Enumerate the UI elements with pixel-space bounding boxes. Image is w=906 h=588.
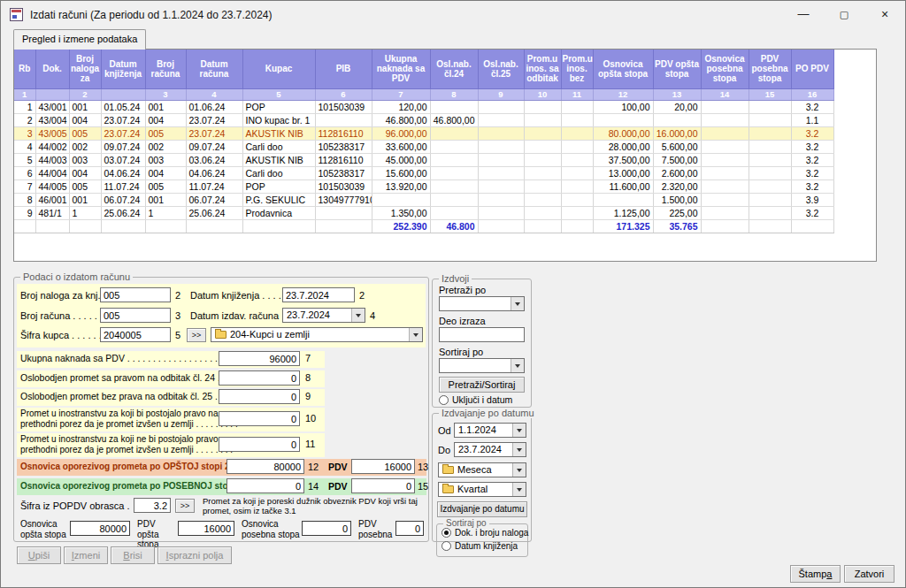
- grid-cell[interactable]: INO kupac br. 1: [242, 113, 315, 126]
- grid-cell[interactable]: 25.06.24: [101, 206, 145, 219]
- grid-cell[interactable]: 23.07.24: [101, 126, 145, 140]
- grid-cell[interactable]: 001: [145, 100, 186, 113]
- chevron-down-icon[interactable]: [409, 328, 422, 341]
- grid-row[interactable]: 343/00500523.07.2400523.07.24AKUSTIK NIB…: [14, 126, 833, 140]
- brisi-button[interactable]: Brisi: [111, 546, 155, 564]
- grid-cell[interactable]: 1: [69, 206, 101, 219]
- grid-cell[interactable]: Prodavnica: [242, 206, 315, 219]
- grid-cell[interactable]: 46/001: [35, 193, 69, 206]
- grid-cell[interactable]: 03.07.24: [101, 153, 145, 166]
- grid-cell[interactable]: 06.07.24: [186, 193, 242, 206]
- grid-cell[interactable]: [561, 140, 593, 153]
- grid-cell[interactable]: [749, 100, 791, 113]
- grid-cell[interactable]: [478, 193, 524, 206]
- grid-cell[interactable]: [524, 193, 561, 206]
- izdvajanje-po-datumu-button[interactable]: Izdvajanje po datumu: [437, 501, 527, 517]
- grid-cell[interactable]: 003: [145, 153, 186, 166]
- grid-cell[interactable]: [749, 153, 791, 166]
- grid-cell[interactable]: 2: [14, 113, 35, 126]
- sifra-kupca-input[interactable]: [100, 327, 171, 342]
- grid-cell[interactable]: 101503039: [315, 100, 372, 113]
- grid-cell[interactable]: [478, 179, 524, 193]
- grid-cell[interactable]: [430, 179, 478, 193]
- grid-cell[interactable]: [561, 100, 593, 113]
- chevron-down-icon[interactable]: [511, 359, 524, 372]
- grid-cell[interactable]: [430, 140, 478, 153]
- datum-knjizenja-input[interactable]: [282, 287, 355, 302]
- grid-cell[interactable]: 11.07.24: [101, 179, 145, 193]
- chevron-down-icon[interactable]: [351, 309, 365, 322]
- grid-cell[interactable]: 01.05.24: [101, 100, 145, 113]
- grid-cell[interactable]: 005: [69, 126, 101, 140]
- grid-cell[interactable]: 01.06.24: [186, 100, 242, 113]
- grid-cell[interactable]: [524, 126, 561, 140]
- grid-cell[interactable]: [478, 206, 524, 219]
- grid-cell[interactable]: [593, 113, 653, 126]
- grid-cell[interactable]: 005: [145, 179, 186, 193]
- zatvori-button[interactable]: Zatvori: [844, 565, 894, 583]
- grid-cell[interactable]: [524, 166, 561, 179]
- grid-cell[interactable]: [430, 166, 478, 179]
- opsta-pdv-input[interactable]: [351, 459, 415, 474]
- grid-cell[interactable]: [478, 126, 524, 140]
- grid-cell[interactable]: [749, 113, 791, 126]
- grid-cell[interactable]: [478, 166, 524, 179]
- prom11-input[interactable]: [219, 437, 300, 452]
- sortiraj-po-combo[interactable]: [439, 358, 525, 373]
- grid-cell[interactable]: 3: [14, 126, 35, 140]
- grid-cell[interactable]: 004: [69, 113, 101, 126]
- radio-icon[interactable]: [441, 541, 451, 551]
- grid-cell[interactable]: 45.000,00: [372, 153, 430, 166]
- grid-cell[interactable]: 43/004: [35, 113, 69, 126]
- prom10-input[interactable]: [219, 411, 300, 426]
- grid-row[interactable]: 444/00200209.07.2400209.07.24Carli doo10…: [14, 140, 833, 153]
- grid-cell[interactable]: Carli doo: [242, 140, 315, 153]
- grid-cell[interactable]: 03.06.24: [186, 153, 242, 166]
- grid-cell[interactable]: 16.000,00: [653, 126, 701, 140]
- grid-cell[interactable]: 1: [14, 100, 35, 113]
- grid-cell[interactable]: [524, 153, 561, 166]
- grid-cell[interactable]: [701, 166, 749, 179]
- grid-cell[interactable]: 001: [69, 100, 101, 113]
- tab-pregled-i-izmene[interactable]: Pregled i izmene podataka: [13, 29, 146, 50]
- grid-cell[interactable]: 3.2: [791, 166, 833, 179]
- meseca-combo[interactable]: Meseca: [438, 462, 526, 477]
- grid-cell[interactable]: 112816110: [315, 153, 372, 166]
- osl25-input[interactable]: [219, 389, 300, 404]
- grid-row[interactable]: 9481/1125.06.24125.06.24Prodavnica1.350,…: [14, 206, 833, 219]
- grid-cell[interactable]: 13.000,00: [593, 166, 653, 179]
- kupac-lookup-button[interactable]: >>: [187, 328, 206, 342]
- grid-cell[interactable]: 11.07.24: [186, 179, 242, 193]
- broj-naloga-input[interactable]: [100, 287, 171, 302]
- grid-cell[interactable]: [653, 113, 701, 126]
- grid-cell[interactable]: [701, 126, 749, 140]
- grid-cell[interactable]: 100,00: [593, 100, 653, 113]
- grid-cell[interactable]: 04.06.24: [186, 166, 242, 179]
- grid-cell[interactable]: 004: [145, 113, 186, 126]
- grid-cell[interactable]: 09.07.24: [101, 140, 145, 153]
- grid-cell[interactable]: 46.800,00: [430, 113, 478, 126]
- grid-cell[interactable]: [561, 166, 593, 179]
- chevron-down-icon[interactable]: [511, 297, 524, 310]
- grid-cell[interactable]: [701, 140, 749, 153]
- grid-cell[interactable]: [701, 113, 749, 126]
- grid-cell[interactable]: [749, 166, 791, 179]
- popdv-lookup-button[interactable]: >>: [175, 499, 195, 513]
- grid-cell[interactable]: 002: [69, 140, 101, 153]
- grid-cell[interactable]: 4: [14, 140, 35, 153]
- grid-cell[interactable]: 20,00: [653, 100, 701, 113]
- chevron-down-icon[interactable]: [512, 483, 526, 496]
- chevron-down-icon[interactable]: [512, 463, 526, 477]
- pdv-posebna-input[interactable]: [395, 521, 424, 536]
- pretrazi-sortiraj-button[interactable]: Pretraži/Sortiraj: [439, 377, 525, 393]
- posebna-pdv-input[interactable]: [351, 478, 415, 493]
- grid-cell[interactable]: 44/005: [35, 179, 69, 193]
- grid-cell[interactable]: POP: [242, 100, 315, 113]
- grid-cell[interactable]: 80.000,00: [593, 126, 653, 140]
- grid-cell[interactable]: 13049777910: [315, 193, 372, 206]
- grid-cell[interactable]: 3.2: [791, 179, 833, 193]
- grid-cell[interactable]: 5.600,00: [653, 140, 701, 153]
- grid-row[interactable]: 846/00100106.07.2400106.07.24P.G. SEKULI…: [14, 193, 833, 206]
- chevron-down-icon[interactable]: [512, 443, 526, 456]
- grid-cell[interactable]: [524, 140, 561, 153]
